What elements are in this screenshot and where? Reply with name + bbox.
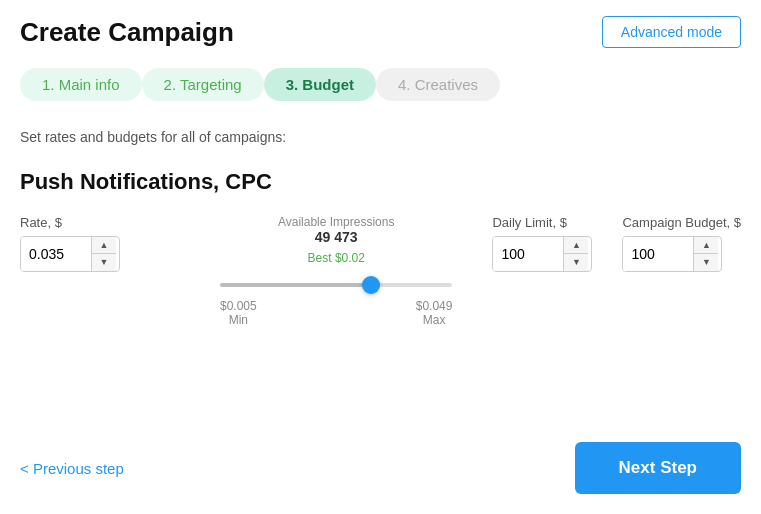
slider-max-label: $0.049 Max — [416, 299, 453, 327]
daily-limit-increment-button[interactable]: ▲ — [564, 237, 588, 254]
available-value: 49 473 — [210, 229, 462, 245]
rate-label: Rate, $ — [20, 215, 180, 230]
rate-input-wrap[interactable]: ▲ ▼ — [20, 236, 120, 272]
slider-track-wrap[interactable] — [220, 275, 452, 295]
campaign-budget-input[interactable] — [623, 237, 693, 271]
available-label: Available Impressions — [210, 215, 462, 229]
campaign-budget-input-wrap[interactable]: ▲ ▼ — [622, 236, 722, 272]
campaign-budget-label: Campaign Budget, $ — [622, 215, 741, 230]
daily-limit-decrement-button[interactable]: ▼ — [564, 254, 588, 271]
fields-row: Rate, $ ▲ ▼ Available Impressions 49 473… — [20, 215, 741, 327]
page-title: Create Campaign — [20, 17, 234, 48]
previous-step-button[interactable]: < Previous step — [20, 460, 124, 477]
steps-bar: 1. Main info 2. Targeting 3. Budget 4. C… — [20, 68, 741, 101]
available-impressions: Available Impressions 49 473 — [210, 215, 462, 245]
campaign-budget-section: Campaign Budget, $ ▲ ▼ — [622, 215, 741, 272]
slider-track — [220, 283, 452, 287]
step-main-info[interactable]: 1. Main info — [20, 68, 142, 101]
daily-limit-input-wrap[interactable]: ▲ ▼ — [492, 236, 592, 272]
campaign-budget-increment-button[interactable]: ▲ — [694, 237, 718, 254]
next-step-button[interactable]: Next Step — [575, 442, 741, 494]
campaign-budget-decrement-button[interactable]: ▼ — [694, 254, 718, 271]
slider-fill — [220, 283, 378, 287]
slider-section: Available Impressions 49 473 Best $0.02 … — [210, 215, 462, 327]
right-fields: Daily Limit, $ ▲ ▼ Campaign Budget, $ ▲ — [492, 215, 741, 272]
daily-limit-section: Daily Limit, $ ▲ ▼ — [492, 215, 592, 272]
daily-limit-input[interactable] — [493, 237, 563, 271]
slider-thumb[interactable] — [362, 276, 380, 294]
campaign-budget-spinner-arrows: ▲ ▼ — [693, 237, 718, 271]
rate-section: Rate, $ ▲ ▼ — [20, 215, 180, 272]
rate-increment-button[interactable]: ▲ — [92, 237, 116, 254]
daily-limit-label: Daily Limit, $ — [492, 215, 592, 230]
step-creatives[interactable]: 4. Creatives — [376, 68, 500, 101]
bottom-bar: < Previous step Next Step — [0, 422, 761, 514]
slider-min-label: $0.005 Min — [220, 299, 257, 327]
rate-input[interactable] — [21, 237, 91, 271]
section-title: Push Notifications, CPC — [20, 169, 741, 195]
rate-spinner-arrows: ▲ ▼ — [91, 237, 116, 271]
page-header: Create Campaign Advanced mode — [20, 16, 741, 48]
advanced-mode-button[interactable]: Advanced mode — [602, 16, 741, 48]
daily-limit-spinner-arrows: ▲ ▼ — [563, 237, 588, 271]
step-targeting[interactable]: 2. Targeting — [142, 68, 264, 101]
subtitle: Set rates and budgets for all of campaig… — [20, 129, 741, 145]
step-budget[interactable]: 3. Budget — [264, 68, 376, 101]
best-label: Best $0.02 — [210, 251, 462, 265]
slider-labels: $0.005 Min $0.049 Max — [220, 299, 452, 327]
rate-decrement-button[interactable]: ▼ — [92, 254, 116, 271]
